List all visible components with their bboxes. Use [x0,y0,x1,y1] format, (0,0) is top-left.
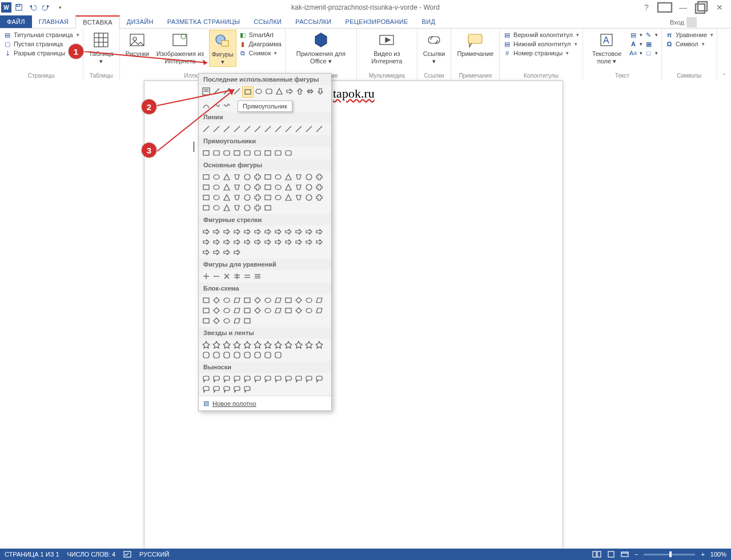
shape-item[interactable] [201,124,211,134]
shape-item[interactable] [232,350,242,360]
shape-item[interactable] [242,172,252,182]
shape-item[interactable] [242,148,252,158]
shape-item[interactable] [201,384,211,394]
shape-item[interactable] [222,247,232,257]
shape-item[interactable] [201,271,211,281]
shape-item[interactable] [201,237,211,247]
shape-item[interactable] [263,295,273,305]
shape-item[interactable] [242,271,252,281]
shape-item[interactable] [283,182,294,192]
links-button[interactable]: Ссылки▾ [421,30,448,66]
online-pictures-button[interactable]: Изображения из Интернета [151,30,208,66]
shape-item[interactable] [211,172,222,182]
tab-layout[interactable]: РАЗМЕТКА СТРАНИЦЫ [160,15,247,28]
shape-item[interactable] [314,227,324,237]
shape-item[interactable] [314,237,324,247]
shape-item[interactable] [222,203,232,213]
shape-item[interactable] [232,316,242,326]
close-button[interactable]: ✕ [710,1,729,14]
shape-item[interactable] [273,374,283,384]
status-words[interactable]: ЧИСЛО СЛОВ: 4 [67,551,116,558]
shape-item[interactable] [273,237,283,247]
shape-item[interactable] [222,148,232,158]
shape-item[interactable] [314,172,324,182]
shape-item[interactable] [222,295,232,305]
tab-review[interactable]: РЕЦЕНЗИРОВАНИЕ [339,15,415,28]
shape-item[interactable] [222,172,232,182]
shape-item[interactable] [211,247,222,257]
shape-item[interactable] [294,227,304,237]
shape-item[interactable] [222,350,232,360]
shape-item[interactable] [211,271,222,281]
shape-item[interactable] [283,237,294,247]
cover-page-button[interactable]: ▤Титульная страница [3,31,79,39]
shape-item[interactable] [252,192,263,203]
shape-item[interactable] [242,124,252,134]
collapse-ribbon-button[interactable]: ⌃ [717,70,731,81]
shape-item[interactable] [283,148,294,158]
save-button[interactable] [13,1,25,14]
shape-item[interactable] [263,227,273,237]
shape-item[interactable] [273,340,283,350]
shape-line-arrow[interactable] [222,86,232,96]
footer-button[interactable]: ▤Нижний колонтитул [503,40,579,48]
shape-item[interactable] [242,350,252,360]
comment-button[interactable]: Примечание [455,30,496,59]
drop-cap-button[interactable]: A≡▾ [629,49,642,57]
shape-oval[interactable] [254,86,264,96]
shape-item[interactable] [252,124,263,134]
shape-item[interactable] [211,203,222,213]
shape-item[interactable] [283,227,294,237]
shape-item[interactable] [283,305,294,316]
shape-item[interactable] [242,374,252,384]
shape-arrow-right[interactable] [284,86,295,96]
shape-item[interactable] [294,182,304,192]
screenshot-button[interactable]: ⧉Снимок [239,49,282,57]
shape-item[interactable] [273,227,283,237]
shape-item[interactable] [201,192,211,203]
shape-item[interactable] [314,124,324,134]
shape-item[interactable] [232,247,242,257]
shape-curve[interactable] [201,100,211,110]
shape-item[interactable] [232,374,242,384]
shape-item[interactable] [252,295,263,305]
shape-item[interactable] [252,227,263,237]
shape-item[interactable] [304,305,314,316]
shape-item[interactable] [304,124,314,134]
shape-item[interactable] [242,316,252,326]
shape-item[interactable] [211,237,222,247]
shape-item[interactable] [242,227,252,237]
shape-item[interactable] [294,192,304,203]
tab-home[interactable]: ГЛАВНАЯ [32,15,76,28]
smartart-button[interactable]: ◧SmartArt [239,31,282,39]
shape-item[interactable] [263,124,273,134]
shape-item[interactable] [314,295,324,305]
shape-item[interactable] [263,340,273,350]
tab-mailings[interactable]: РАССЫЛКИ [288,15,338,28]
shape-item[interactable] [314,305,324,316]
tab-view[interactable]: ВИД [415,15,443,28]
sign-in[interactable]: Вход [670,17,697,27]
shape-item[interactable] [252,237,263,247]
shape-item[interactable] [232,340,242,350]
shape-rounded-rect[interactable] [264,86,274,96]
shape-triangle[interactable] [274,86,284,96]
shape-item[interactable] [273,182,283,192]
shape-item[interactable] [211,148,222,158]
view-web[interactable] [621,550,629,558]
shape-item[interactable] [211,227,222,237]
shape-item[interactable] [201,227,211,237]
shape-item[interactable] [242,295,252,305]
shape-item[interactable] [273,350,283,360]
shape-item[interactable] [222,124,232,134]
shape-item[interactable] [232,237,242,247]
table-button[interactable]: Таблица▾ [87,30,116,66]
wordart-button[interactable]: A▾ [629,40,642,48]
zoom-level[interactable]: 100% [710,551,726,558]
status-lang[interactable]: РУССКИЙ [139,551,169,558]
shape-item[interactable] [273,295,283,305]
text-box-button[interactable]: A Текстовое поле ▾ [587,30,627,66]
shape-item[interactable] [222,192,232,203]
shape-item[interactable] [222,305,232,316]
shape-item[interactable] [242,384,252,394]
